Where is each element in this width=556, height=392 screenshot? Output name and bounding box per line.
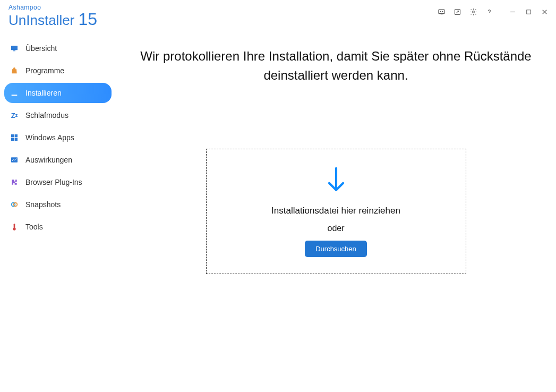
- browse-button[interactable]: Durchsuchen: [305, 241, 367, 257]
- svg-rect-6: [526, 10, 531, 14]
- brand-version: 15: [79, 10, 98, 29]
- main-content: Wir protokollieren Ihre Installation, da…: [116, 30, 556, 392]
- dropzone[interactable]: Installationsdatei hier reinziehen oder …: [206, 149, 466, 274]
- window-controls: [434, 4, 552, 18]
- thermometer-icon: [10, 222, 19, 232]
- sidebar-item-tools[interactable]: Tools: [4, 217, 112, 237]
- page-title: Wir protokollieren Ihre Installation, da…: [137, 47, 535, 85]
- sidebar-item-label: Übersicht: [25, 44, 57, 53]
- body: Übersicht Programme Installieren Zz Schl…: [0, 30, 556, 392]
- rings-icon: [10, 200, 19, 209]
- chart-icon: [10, 155, 19, 165]
- sidebar-item-label: Browser Plug-Ins: [25, 178, 82, 186]
- svg-point-2: [442, 11, 442, 12]
- svg-rect-9: [11, 46, 18, 50]
- gear-icon[interactable]: [466, 5, 481, 18]
- svg-rect-13: [11, 138, 14, 141]
- sidebar-item-snapshots[interactable]: Snapshots: [4, 194, 112, 215]
- svg-rect-18: [14, 224, 15, 228]
- svg-point-19: [13, 227, 15, 230]
- sidebar-item-programs[interactable]: Programme: [4, 61, 112, 81]
- download-icon: [10, 88, 19, 98]
- sidebar-item-label: Installieren: [25, 89, 62, 97]
- help-icon[interactable]: [482, 5, 497, 18]
- maximize-button[interactable]: [521, 5, 536, 18]
- dropzone-or: oder: [327, 224, 344, 233]
- sidebar-item-effects[interactable]: Auswirkungen: [4, 150, 112, 170]
- sidebar-item-plugins[interactable]: Browser Plug-Ins: [4, 172, 112, 192]
- sidebar-item-label: Programme: [25, 66, 64, 75]
- svg-rect-10: [13, 50, 15, 51]
- sidebar: Übersicht Programme Installieren Zz Schl…: [0, 30, 116, 392]
- close-button[interactable]: [537, 5, 552, 18]
- titlebar: Ashampoo UnInstaller 15: [0, 0, 556, 30]
- sidebar-item-sleepmode[interactable]: Zz Schlafmodus: [4, 105, 112, 125]
- svg-point-4: [472, 11, 474, 13]
- sidebar-item-overview[interactable]: Übersicht: [4, 38, 112, 58]
- sidebar-item-label: Snapshots: [25, 200, 61, 209]
- sidebar-item-label: Schlafmodus: [25, 111, 69, 120]
- svg-rect-12: [15, 134, 18, 137]
- bag-icon: [10, 66, 19, 75]
- link-icon[interactable]: [450, 5, 465, 18]
- svg-rect-0: [438, 10, 444, 14]
- minimize-button[interactable]: [505, 5, 520, 18]
- sleep-icon: Zz: [10, 110, 19, 120]
- svg-rect-11: [11, 134, 14, 137]
- sidebar-item-winapps[interactable]: Windows Apps: [4, 127, 112, 148]
- windows-icon: [10, 133, 19, 142]
- brand-product: UnInstaller 15: [8, 11, 97, 28]
- arrow-down-icon: [324, 166, 348, 198]
- svg-point-1: [440, 11, 441, 12]
- feedback-icon[interactable]: [434, 5, 449, 18]
- sidebar-item-label: Auswirkungen: [25, 156, 72, 164]
- sidebar-item-label: Windows Apps: [25, 133, 74, 142]
- sidebar-item-install[interactable]: Installieren: [4, 83, 112, 103]
- dropzone-text: Installationsdatei hier reinziehen: [271, 206, 400, 216]
- monitor-icon: [10, 44, 19, 53]
- puzzle-icon: [10, 177, 19, 187]
- sidebar-item-label: Tools: [25, 223, 43, 231]
- brand-name: UnInstaller: [8, 12, 79, 28]
- svg-rect-14: [15, 138, 18, 141]
- brand: Ashampoo UnInstaller 15: [8, 4, 97, 28]
